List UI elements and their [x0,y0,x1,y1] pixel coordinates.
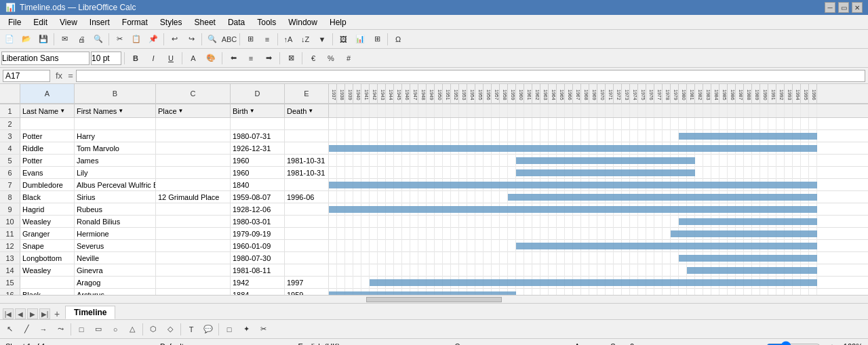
tl-cell-2-1995[interactable] [801,118,809,130]
tl-cell-11-1942[interactable] [370,228,378,240]
tl-cell-2-1970[interactable] [597,118,606,130]
select-tool[interactable]: ↖ [1,322,18,337]
tl-cell-6-1943[interactable] [378,167,386,179]
tl-cell-12-1946[interactable] [402,240,410,252]
cell-B8[interactable]: Sirius [75,191,156,203]
tl-cell-3-1957[interactable] [492,130,500,142]
tl-cell-11-1954[interactable] [467,228,475,240]
highlight-button[interactable]: 🎨 [203,51,219,66]
cell-C7[interactable] [156,179,231,190]
tl-cell-11-1959[interactable] [508,228,516,240]
tl-cell-5-1954[interactable] [467,155,475,167]
tl-cell-13-1976[interactable] [646,252,654,264]
tl-cell-11-1940[interactable] [353,228,361,240]
tl-cell-13-1950[interactable] [435,252,443,264]
tl-cell-11-1952[interactable] [451,228,459,240]
align-center-button[interactable]: ≡ [243,51,259,66]
tl-cell-5-1996[interactable] [809,155,817,167]
tl-cell-13-1974[interactable] [630,252,638,264]
menu-tools[interactable]: Tools [252,16,281,28]
tl-cell-2-1950[interactable] [435,118,443,130]
cell-D7[interactable]: 1840 [231,179,285,190]
tl-cell-2-1944[interactable] [386,118,394,130]
tl-cell-2-1972[interactable] [614,118,622,130]
tl-cell-6-1996[interactable] [809,167,817,179]
tl-cell-10-1956[interactable] [484,216,492,228]
tl-cell-3-1964[interactable] [549,130,557,142]
tl-cell-13-1959[interactable] [508,252,516,264]
tl-cell-8-1941[interactable] [361,191,370,203]
tl-cell-16-1980[interactable] [679,289,687,295]
cell-A14[interactable]: Weasley [20,264,75,276]
diamond-tool[interactable]: ◇ [162,322,178,337]
h-scrollbar-thumb[interactable] [366,297,502,302]
tl-cell-10-1947[interactable] [410,216,418,228]
cell-D16[interactable]: 1884 [231,289,285,295]
font-color-button[interactable]: A [185,51,201,66]
tl-cell-6-1956[interactable] [484,167,492,179]
tl-cell-11-1972[interactable] [614,228,622,240]
tl-cell-2-1980[interactable] [679,118,687,130]
tl-cell-16-1985[interactable] [719,289,728,295]
tl-cell-2-1961[interactable] [524,118,532,130]
cell-B7[interactable]: Albus Perceval Wulfric Brian [75,179,156,190]
tl-cell-13-1958[interactable] [500,252,508,264]
image-button[interactable]: 🖼 [335,32,351,47]
tl-cell-16-1993[interactable] [785,289,793,295]
cell-B3[interactable]: Harry [75,130,156,142]
tl-cell-14-1953[interactable] [459,264,467,277]
col-header-a[interactable]: A [20,84,75,103]
menu-help[interactable]: Help [324,16,352,28]
menu-file[interactable]: File [3,16,26,28]
tl-cell-12-1950[interactable] [435,240,443,252]
tl-cell-6-1948[interactable] [418,167,427,179]
tl-cell-13-1955[interactable] [475,252,484,264]
tl-cell-3-1947[interactable] [410,130,418,142]
tl-cell-2-1962[interactable] [532,118,540,130]
scroll-container[interactable]: A B C D E 193719381939194019411942194319… [0,84,868,295]
col-header-e[interactable]: E [285,84,329,103]
tl-cell-16-1975[interactable] [638,289,646,295]
cell-C2[interactable] [156,118,231,129]
cell-A12[interactable]: Snape [20,240,75,251]
tl-cell-12-1938[interactable] [337,240,345,252]
tl-cell-2-1955[interactable] [475,118,484,130]
tl-cell-10-1951[interactable] [443,216,451,228]
tl-cell-11-1948[interactable] [418,228,427,240]
tl-cell-6-1947[interactable] [410,167,418,179]
merge-button[interactable]: ⊠ [283,51,299,66]
tl-cell-13-1951[interactable] [443,252,451,264]
tl-cell-16-1969[interactable] [589,289,597,295]
tl-cell-5-1986[interactable] [728,155,736,167]
tl-cell-2-1986[interactable] [728,118,736,130]
tl-cell-8-1957[interactable] [492,191,500,203]
tl-cell-10-1974[interactable] [630,216,638,228]
tl-cell-8-1940[interactable] [353,191,361,203]
tl-cell-16-1995[interactable] [801,289,809,295]
tl-cell-6-1984[interactable] [711,167,719,179]
tl-cell-16-1971[interactable] [606,289,614,295]
tl-cell-13-1972[interactable] [614,252,622,264]
tl-cell-14-1955[interactable] [475,264,484,277]
tl-cell-5-1987[interactable] [736,155,744,167]
tl-cell-5-1985[interactable] [719,155,728,167]
tl-cell-13-1946[interactable] [402,252,410,264]
tl-cell-14-1943[interactable] [378,264,386,277]
tl-cell-6-1953[interactable] [459,167,467,179]
tl-cell-16-1990[interactable] [760,289,768,295]
tl-cell-6-1950[interactable] [435,167,443,179]
table-button[interactable]: ⊞ [369,32,385,47]
tl-cell-10-1957[interactable] [492,216,500,228]
tl-cell-14-1940[interactable] [353,264,361,277]
cell-D10[interactable]: 1980-03-01 [231,216,285,227]
tl-cell-6-1987[interactable] [736,167,744,179]
tl-cell-5-1993[interactable] [785,155,793,167]
tl-cell-2-1937[interactable] [329,118,337,130]
triangle-tool[interactable]: △ [124,322,140,337]
tl-cell-10-1961[interactable] [524,216,532,228]
zoom-slider[interactable] [766,342,821,346]
tl-cell-8-1948[interactable] [418,191,427,203]
tab-prev-button[interactable]: ◀ [15,308,26,319]
tl-cell-3-1974[interactable] [630,130,638,142]
cell-C4[interactable] [156,142,231,154]
